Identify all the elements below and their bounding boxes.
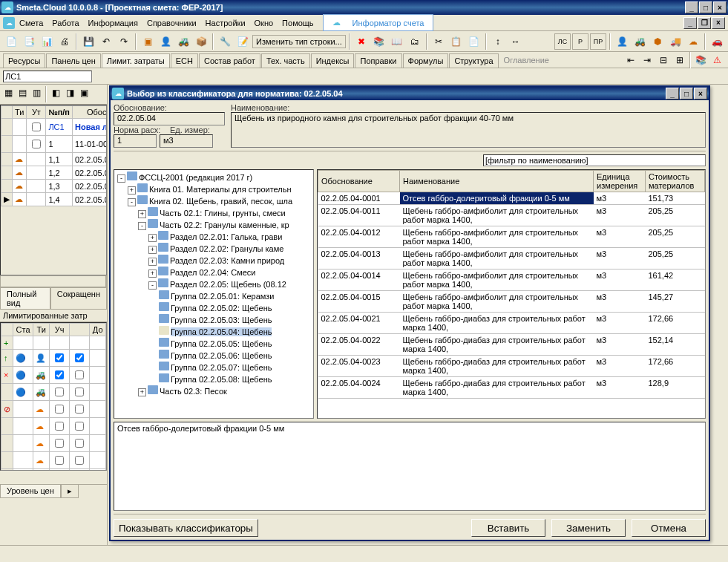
- tool-icon[interactable]: 📄: [3, 33, 19, 50]
- tree-node[interactable]: Группа 02.2.05.08: Щебень: [171, 375, 272, 384]
- grid-row[interactable]: ☁1,202.2.05.0: [1, 166, 108, 180]
- tool-icon[interactable]: 📊: [39, 33, 55, 50]
- expand-icon[interactable]: +: [148, 234, 157, 242]
- col-ob[interactable]: Обоснова: [73, 106, 108, 119]
- left-grid[interactable]: Ти Ут №п/п Обоснова ЛС1Новая локальн 111…: [0, 105, 107, 275]
- limit-checkbox[interactable]: [75, 439, 84, 448]
- table-row[interactable]: 02.2.05.04-0001Отсев габбро-долеритовый …: [318, 192, 705, 205]
- tree-node[interactable]: Раздел 02.2.05: Щебень (08.12: [170, 280, 286, 289]
- expand-icon[interactable]: +: [148, 269, 157, 278]
- books-icon[interactable]: 📚: [692, 52, 709, 68]
- menu-settings[interactable]: Настройки: [201, 17, 250, 29]
- copy-icon[interactable]: 📋: [448, 33, 465, 50]
- change-type-button[interactable]: Изменить тип строки...: [252, 35, 346, 48]
- paste-icon[interactable]: 📄: [466, 33, 482, 50]
- expand-icon[interactable]: +: [138, 388, 146, 396]
- tool-icon[interactable]: 🚜: [175, 33, 191, 50]
- dialog-titlebar[interactable]: ☁ Выбор из классификатора для норматива:…: [111, 87, 709, 100]
- expand-icon[interactable]: -: [128, 198, 136, 206]
- table-row[interactable]: 02.2.05.04-0013Щебень габбро-амфиболит д…: [318, 248, 705, 269]
- table-row[interactable]: 02.2.05.04-0022Щебень габбро-диабаз для …: [318, 334, 705, 356]
- tool-icon[interactable]: 📖: [389, 33, 405, 50]
- expand-icon[interactable]: +: [138, 210, 146, 218]
- mdi-close-button[interactable]: ×: [712, 17, 725, 29]
- tab-sostav[interactable]: Состав работ: [199, 53, 260, 68]
- tree-node[interactable]: ФССЦ-2001 (редакция 2017 г): [139, 173, 252, 182]
- grid-row[interactable]: ЛС1Новая локальн: [1, 119, 108, 136]
- col-np[interactable]: №п/п: [46, 106, 73, 119]
- tree-node[interactable]: Группа 02.2.05.06: Щебень: [171, 351, 272, 360]
- indent-left-icon[interactable]: ⇤: [623, 52, 639, 68]
- tree-node[interactable]: Часть 02.2: Гранулы каменные, кр: [160, 220, 289, 229]
- redo-icon[interactable]: ↷: [116, 33, 132, 50]
- grid-row[interactable]: ☁1,302.2.05.0: [1, 180, 108, 193]
- tab-full-view[interactable]: Полный вид: [0, 288, 50, 310]
- expand-icon[interactable]: +: [128, 186, 136, 195]
- tool-icon[interactable]: 🔧: [217, 33, 233, 50]
- expand-icon[interactable]: -: [148, 281, 157, 290]
- tree-node-selected[interactable]: Группа 02.2.05.04: Щебень: [171, 327, 272, 336]
- tool-icon[interactable]: 🚚: [667, 33, 683, 50]
- table-row[interactable]: 02.2.05.04-0015Щебень габбро-амфиболит д…: [318, 291, 705, 313]
- grid-row[interactable]: 111-01-00:: [1, 136, 108, 153]
- tool-icon[interactable]: ◨: [63, 86, 76, 99]
- tab-resources[interactable]: Ресурсы: [3, 53, 45, 68]
- replace-button[interactable]: Заменить: [551, 519, 626, 537]
- tool-icon[interactable]: 👤: [614, 33, 630, 50]
- limit-checkbox[interactable]: [55, 370, 64, 379]
- tree-node[interactable]: Группа 02.2.05.01: Керамзи: [171, 292, 274, 301]
- grid-row[interactable]: ▶☁1,402.2.05.0: [1, 193, 108, 206]
- menu-rabota[interactable]: Работа: [47, 17, 83, 29]
- limit-checkbox[interactable]: [55, 405, 64, 414]
- grid-row[interactable]: ☁1,102.2.05.0: [1, 153, 108, 166]
- table-row[interactable]: 02.2.05.04-0014Щебень габбро-амфиболит д…: [318, 269, 705, 291]
- limit-checkbox[interactable]: [55, 456, 64, 465]
- tab-esn[interactable]: ЕСН: [171, 53, 198, 68]
- expand-icon[interactable]: -: [138, 222, 146, 230]
- save-icon[interactable]: 💾: [80, 33, 96, 50]
- table-row[interactable]: 02.2.05.04-0024Щебень габбро-диабаз для …: [318, 377, 705, 399]
- alert-icon[interactable]: ⚠: [709, 52, 725, 68]
- tool-icon[interactable]: 📝: [235, 33, 251, 50]
- mdi-restore-button[interactable]: ❐: [698, 17, 711, 29]
- tool-icon[interactable]: 🚜: [632, 33, 648, 50]
- insert-button[interactable]: Вставить: [471, 519, 545, 537]
- tool-icon[interactable]: 🗂: [407, 33, 423, 50]
- limit-checkbox[interactable]: [55, 439, 64, 448]
- tab-poprav[interactable]: Поправки: [355, 53, 401, 68]
- tool-icon[interactable]: ▣: [140, 33, 156, 50]
- tool-icon[interactable]: Р: [572, 33, 588, 50]
- tool-icon[interactable]: ▥: [30, 86, 43, 99]
- tree-node[interactable]: Книга 02. Щебень, гравий, песок, шла: [149, 197, 292, 206]
- cut-icon[interactable]: ✂: [430, 33, 447, 50]
- results-table[interactable]: Обоснование Наименование Единица измерен…: [317, 169, 706, 419]
- tab-tech[interactable]: Тех. часть: [261, 53, 310, 68]
- col-stoim[interactable]: Стоимость материалов: [646, 171, 705, 192]
- show-classifiers-button[interactable]: Показывать классификаторы: [114, 519, 258, 537]
- undo-icon[interactable]: ↶: [98, 33, 114, 50]
- tab-limit[interactable]: Лимит. затраты: [102, 53, 170, 68]
- menu-sprav[interactable]: Справочники: [142, 17, 201, 29]
- expand-icon[interactable]: +: [148, 258, 157, 266]
- col-ed[interactable]: Единица измерения: [594, 171, 646, 192]
- tool-icon[interactable]: 🖨: [56, 33, 73, 50]
- table-row[interactable]: 02.2.05.04-0021Щебень габбро-диабаз для …: [318, 313, 705, 334]
- tool-icon[interactable]: ↕: [490, 33, 506, 50]
- close-button[interactable]: ×: [713, 1, 727, 13]
- indent-right-icon[interactable]: ⇥: [639, 52, 655, 68]
- tab-index[interactable]: Индексы: [311, 53, 355, 68]
- tree-node[interactable]: Часть 02.3: Песок: [160, 387, 227, 396]
- h-scroll[interactable]: [1, 276, 106, 287]
- limit-checkbox[interactable]: [55, 388, 64, 396]
- menu-smeta[interactable]: Смета: [15, 17, 47, 29]
- expand-icon[interactable]: ⊞: [672, 52, 688, 68]
- tree-node[interactable]: Раздел 02.2.04: Смеси: [170, 268, 256, 277]
- informer-button[interactable]: ☁ Информатор счета: [323, 14, 434, 31]
- tool-icon[interactable]: 🚗: [709, 33, 725, 50]
- limit-checkbox[interactable]: [75, 370, 84, 379]
- limit-checkbox[interactable]: [75, 422, 84, 431]
- menu-window[interactable]: Окно: [250, 17, 278, 29]
- tab-prices[interactable]: Панель цен: [46, 53, 100, 68]
- tab-level[interactable]: Уровень цен: [0, 485, 61, 498]
- tool-icon[interactable]: ПР: [590, 33, 606, 50]
